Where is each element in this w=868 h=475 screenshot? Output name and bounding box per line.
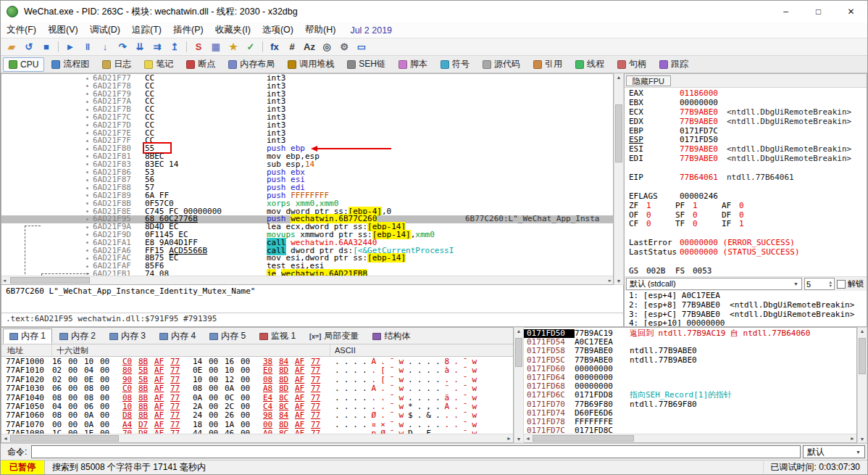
scroll-down-icon[interactable]: ▼ [614,278,623,284]
scrollbar-thumb[interactable] [615,104,622,162]
register-row[interactable]: GS002BFS0053 [629,267,862,276]
tab-seh[interactable]: SEH链 [341,57,391,72]
stack-row[interactable]: 0171FD6000000000 [524,365,856,373]
disasm-v-scrollbar[interactable]: ▲▼ [614,73,624,285]
trace-into-icon[interactable]: ⇊ [132,40,148,54]
stack-row[interactable]: 0171FD5877B9ABE0ntdll.77B9ABE0 [524,347,856,355]
open-file-icon[interactable]: ▰ [4,40,20,54]
find-pattern-icon[interactable]: ◎ [319,40,335,54]
stack-row[interactable]: 0171FD74D60FE6D6 [524,409,856,418]
scroll-left-icon[interactable]: ◄ [3,276,6,285]
scroll-right-icon[interactable]: ► [506,434,512,443]
register-row[interactable]: LastStatus00000000 (STATUS_SUCCESS) [629,248,862,257]
tab-dump-3[interactable]: 内存 3 [103,329,152,344]
scroll-up-icon[interactable]: ▲ [514,329,523,334]
menu-item[interactable]: 视图(V) [42,22,84,38]
trace-over-icon[interactable]: ⇉ [149,40,165,54]
register-row[interactable]: EIP77B64061ntdll.77B64061 [629,173,862,183]
calling-convention-select[interactable]: 默认 (stdcall)▼ [626,278,802,290]
register-row[interactable]: ZF1PF1AF0 [629,202,862,211]
stack-row[interactable]: 0171FD7077B69F80ntdll.77B69F80 [524,400,856,409]
scroll-down-icon[interactable]: ▼ [858,437,867,442]
display-icon[interactable]: ▭ [354,40,370,54]
stack-h-scrollbar[interactable]: ◄► [524,434,856,442]
dump-row[interactable]: 77AF100016001000C08BAF77140016003884AF77… [1,358,513,366]
dump-row[interactable]: 77AF106008000A00D88BAF77240026009884AF77… [1,411,513,420]
tab-memory-map[interactable]: 内存布局 [222,57,280,72]
dump-row[interactable]: 77AF105004000600108BAF772A002C00C48CAF77… [1,402,513,411]
tab-watch-1[interactable]: 监视 1 [253,329,302,344]
stack-row[interactable]: 0171FD6C0171FDD8指向SEH_Record[1]的指针 [524,391,856,400]
command-profile-select[interactable]: 默认▼ [803,445,865,458]
menu-item[interactable]: 帮助(H) [299,22,341,38]
execute-till-return-icon[interactable]: ↥ [167,40,183,54]
register-row[interactable]: EAX01186000 [629,89,862,99]
args-count-spinner[interactable]: 5▲▼ [804,278,835,290]
tab-source[interactable]: 源代码 [477,57,526,72]
scrollbar-thumb[interactable] [10,435,119,442]
menu-item[interactable]: 选项(O) [256,22,299,38]
scroll-right-icon[interactable]: ► [850,434,855,443]
functions-icon[interactable]: fx [267,40,283,54]
scylla-icon[interactable]: S [191,40,206,54]
scrollbar-thumb[interactable] [533,435,634,442]
tab-cpu[interactable]: CPU [3,57,44,72]
stack-row[interactable]: 0171FD54A0C17EEA [524,338,856,347]
tab-references[interactable]: 引用 [527,57,568,72]
command-input[interactable] [31,445,801,458]
scroll-left-icon[interactable]: ◄ [3,434,8,443]
memory-map-icon[interactable]: ▦ [208,40,224,54]
stack-row[interactable]: 0171FD6400000000 [524,373,856,382]
dump-row[interactable]: 77AF103006000800C08BAF7708000A00A88DAF77… [1,384,513,393]
step-over-icon[interactable]: ↷ [114,40,130,54]
tab-breakpoints[interactable]: 断点 [180,57,221,72]
scrollbar-thumb[interactable] [859,338,866,374]
tab-call-stack[interactable]: 调用堆栈 [282,57,340,72]
dump-row[interactable]: 77AF102002000E00905BAF7710001200088DAF77… [1,376,513,384]
scrollbar-thumb[interactable] [515,338,522,367]
tab-dump-5[interactable]: 内存 5 [203,329,252,344]
tab-notes[interactable]: 笔记 [138,57,179,72]
minimize-button[interactable]: – [769,1,802,22]
restart-icon[interactable]: ↺ [21,40,37,54]
menu-item[interactable]: 文件(F) [1,22,42,38]
tab-handles[interactable]: 句柄 [612,57,652,72]
close-button[interactable]: ✕ [835,1,867,22]
register-row[interactable]: EDX77B9ABE0<ntdll.DbgUiRemoteBreakin> [629,117,862,127]
tab-script[interactable]: 脚本 [393,57,433,72]
strings-icon[interactable]: Az [301,40,317,54]
tab-struct[interactable]: 结构体 [366,329,417,344]
menu-item[interactable]: 调试(D) [84,22,126,38]
run-icon[interactable]: ► [62,40,78,54]
register-row[interactable]: EDI77B9ABE0<ntdll.DbgUiRemoteBreakin> [629,154,862,164]
register-row[interactable]: EFLAGS00000246 [629,192,862,202]
tab-dump-4[interactable]: 内存 4 [153,329,202,344]
scroll-right-icon[interactable]: ► [609,276,612,285]
menu-item[interactable]: 插件(P) [167,22,209,38]
settings-icon[interactable]: ⚙ [336,40,352,54]
register-row[interactable]: CF0TF0IF1 [629,220,862,229]
stack-row[interactable]: 0171FD5077B9AC19返回到 ntdll.77B9AC19 自 ntd… [524,329,856,338]
register-row[interactable]: ECX77B9ABE0<ntdll.DbgUiRemoteBreakin> [629,108,862,117]
unlock-checkbox[interactable]: 解锁 [837,278,865,289]
stack-v-scrollbar[interactable]: ▲▼ [857,327,867,443]
argument-row[interactable]: 1: [esp+4] A0C17EEA [629,292,862,301]
argument-row[interactable]: 4: [esp+10] 00000000 [629,319,862,326]
stack-row[interactable]: 0171FD6800000000 [524,382,856,391]
register-row[interactable]: EBX00000000 [629,99,862,108]
dump-v-scrollbar[interactable]: ▲▼ [514,327,524,443]
dump-row[interactable]: 77AF104008000800088BAF770A000C00E48CAF77… [1,394,513,402]
disasm-h-scrollbar[interactable]: ◄► [1,276,613,284]
stack-row[interactable]: 0171FD78FFFFFFFE [524,418,856,426]
stack-row[interactable]: 0171FD7C0171FD8C [524,426,856,434]
tab-trace[interactable]: 跟踪 [654,57,694,72]
scroll-up-icon[interactable]: ▲ [614,75,623,80]
tab-threads[interactable]: 线程 [569,57,610,72]
patches-icon[interactable]: # [284,40,300,54]
hide-fpu-button[interactable]: 隐藏FPU [626,75,671,86]
check-icon[interactable]: ✓ [243,40,259,54]
scroll-down-icon[interactable]: ▼ [514,437,523,442]
pause-icon[interactable]: ‖ [80,40,96,54]
dump-h-scrollbar[interactable]: ◄► [1,434,513,442]
scroll-left-icon[interactable]: ◄ [525,434,530,443]
